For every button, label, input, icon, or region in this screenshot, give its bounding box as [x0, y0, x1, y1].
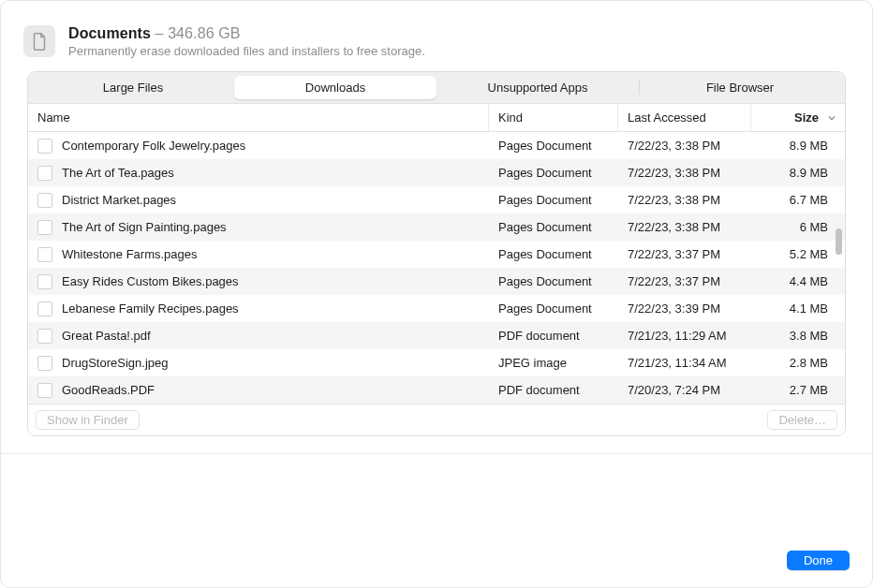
cell-size: 5.2 MB — [751, 247, 845, 261]
file-icon — [37, 193, 52, 208]
cell-size: 4.4 MB — [751, 274, 845, 288]
cell-kind: Pages Document — [489, 220, 618, 234]
footer-divider — [1, 453, 872, 454]
cell-last-accessed: 7/20/23, 7:24 PM — [618, 383, 751, 397]
bottom-bar: Show in Finder Delete… — [28, 404, 845, 435]
cell-kind: Pages Document — [489, 274, 618, 288]
file-name: The Art of Sign Painting.pages — [62, 220, 227, 234]
file-name: The Art of Tea.pages — [62, 166, 174, 180]
table-row[interactable]: Easy Rides Custom Bikes.pagesPages Docum… — [28, 268, 845, 295]
table-row[interactable]: The Art of Tea.pagesPages Document7/22/2… — [28, 159, 845, 186]
tab-unsupported-apps[interactable]: Unsupported Apps — [436, 76, 639, 99]
file-icon — [37, 220, 52, 235]
file-name: Whitestone Farms.pages — [62, 247, 198, 261]
cell-name: District Market.pages — [28, 193, 489, 208]
table-row[interactable]: Whitestone Farms.pagesPages Document7/22… — [28, 241, 845, 268]
table-row[interactable]: The Art of Sign Painting.pagesPages Docu… — [28, 213, 845, 241]
cell-kind: PDF document — [489, 329, 618, 343]
cell-last-accessed: 7/21/23, 11:34 AM — [618, 356, 751, 370]
cell-size: 4.1 MB — [751, 301, 845, 316]
cell-size: 8.9 MB — [751, 139, 845, 153]
storage-documents-window: Documents – 346.86 GB Permanently erase … — [0, 0, 873, 588]
table-row[interactable]: Contemporary Folk Jewelry.pagesPages Doc… — [28, 132, 845, 159]
cell-name: Easy Rides Custom Bikes.pages — [28, 274, 489, 289]
cell-name: Whitestone Farms.pages — [28, 247, 489, 262]
documents-icon — [23, 25, 55, 57]
storage-size: 346.86 GB — [168, 25, 240, 41]
table-row[interactable]: DrugStoreSign.jpegJPEG image7/21/23, 11:… — [28, 349, 845, 376]
table-row[interactable]: GoodReads.PDFPDF document7/20/23, 7:24 P… — [28, 376, 845, 404]
col-name-header[interactable]: Name — [28, 104, 489, 131]
file-name: DrugStoreSign.jpeg — [62, 356, 168, 370]
header-text: Documents – 346.86 GB Permanently erase … — [68, 25, 425, 58]
header: Documents – 346.86 GB Permanently erase … — [1, 1, 872, 71]
file-icon — [37, 274, 52, 289]
file-icon — [37, 166, 52, 181]
tab-downloads[interactable]: Downloads — [234, 76, 436, 99]
cell-size: 6 MB — [751, 220, 845, 234]
cell-size: 8.9 MB — [751, 166, 845, 180]
cell-size: 2.7 MB — [751, 383, 845, 397]
table-row[interactable]: Lebanese Family Recipes.pagesPages Docum… — [28, 295, 845, 322]
file-rows: Contemporary Folk Jewelry.pagesPages Doc… — [28, 132, 845, 404]
table-row[interactable]: Great Pasta!.pdfPDF document7/21/23, 11:… — [28, 322, 845, 349]
page-title: Documents – 346.86 GB — [68, 25, 425, 42]
cell-name: The Art of Sign Painting.pages — [28, 220, 489, 235]
cell-name: Great Pasta!.pdf — [28, 329, 489, 344]
file-icon — [37, 329, 52, 344]
cell-kind: PDF document — [489, 383, 618, 397]
file-name: Contemporary Folk Jewelry.pages — [62, 139, 245, 153]
col-size-header[interactable]: Size — [751, 104, 845, 131]
file-name: GoodReads.PDF — [62, 383, 155, 397]
file-icon — [37, 356, 52, 371]
cell-size: 3.8 MB — [751, 329, 845, 343]
tabs: Large FilesDownloadsUnsupported AppsFile… — [28, 72, 845, 104]
file-name: Lebanese Family Recipes.pages — [62, 301, 239, 316]
cell-kind: Pages Document — [489, 166, 618, 180]
show-in-finder-button[interactable]: Show in Finder — [36, 410, 140, 430]
cell-size: 2.8 MB — [751, 356, 845, 370]
content-frame: Large FilesDownloadsUnsupported AppsFile… — [27, 71, 846, 436]
cell-size: 6.7 MB — [751, 193, 845, 207]
cell-name: The Art of Tea.pages — [28, 166, 489, 181]
cell-name: DrugStoreSign.jpeg — [28, 356, 489, 371]
cell-name: Lebanese Family Recipes.pages — [28, 301, 489, 316]
cell-kind: Pages Document — [489, 247, 618, 261]
cell-last-accessed: 7/22/23, 3:38 PM — [618, 220, 751, 234]
cell-last-accessed: 7/22/23, 3:38 PM — [618, 139, 751, 153]
file-icon — [37, 139, 52, 154]
scrollbar-thumb[interactable] — [836, 228, 842, 255]
cell-name: Contemporary Folk Jewelry.pages — [28, 139, 489, 154]
cell-last-accessed: 7/22/23, 3:39 PM — [618, 301, 751, 316]
title-text: Documents — [68, 25, 151, 41]
cell-last-accessed: 7/22/23, 3:37 PM — [618, 274, 751, 288]
file-name: Easy Rides Custom Bikes.pages — [62, 274, 239, 288]
cell-last-accessed: 7/22/23, 3:38 PM — [618, 193, 751, 207]
tab-large-files[interactable]: Large Files — [32, 76, 234, 99]
col-kind-header[interactable]: Kind — [489, 104, 618, 131]
file-icon — [37, 301, 52, 316]
subtitle: Permanently erase downloaded files and i… — [68, 44, 425, 58]
table-row[interactable]: District Market.pagesPages Document7/22/… — [28, 186, 845, 213]
file-icon — [37, 383, 52, 398]
cell-last-accessed: 7/22/23, 3:38 PM — [618, 166, 751, 180]
cell-last-accessed: 7/22/23, 3:37 PM — [618, 247, 751, 261]
done-button[interactable]: Done — [787, 551, 850, 570]
tab-file-browser[interactable]: File Browser — [639, 76, 841, 99]
col-last-header[interactable]: Last Accessed — [618, 104, 751, 131]
cell-last-accessed: 7/21/23, 11:29 AM — [618, 329, 751, 343]
delete-button[interactable]: Delete… — [767, 410, 837, 430]
file-icon — [37, 247, 52, 262]
cell-kind: Pages Document — [489, 301, 618, 316]
chevron-down-icon — [828, 110, 836, 125]
cell-kind: Pages Document — [489, 139, 618, 153]
file-name: District Market.pages — [62, 193, 176, 207]
cell-kind: JPEG image — [489, 356, 618, 370]
column-headers: Name Kind Last Accessed Size — [28, 104, 845, 132]
cell-name: GoodReads.PDF — [28, 383, 489, 398]
file-name: Great Pasta!.pdf — [62, 329, 151, 343]
footer: Done — [787, 551, 850, 570]
cell-kind: Pages Document — [489, 193, 618, 207]
